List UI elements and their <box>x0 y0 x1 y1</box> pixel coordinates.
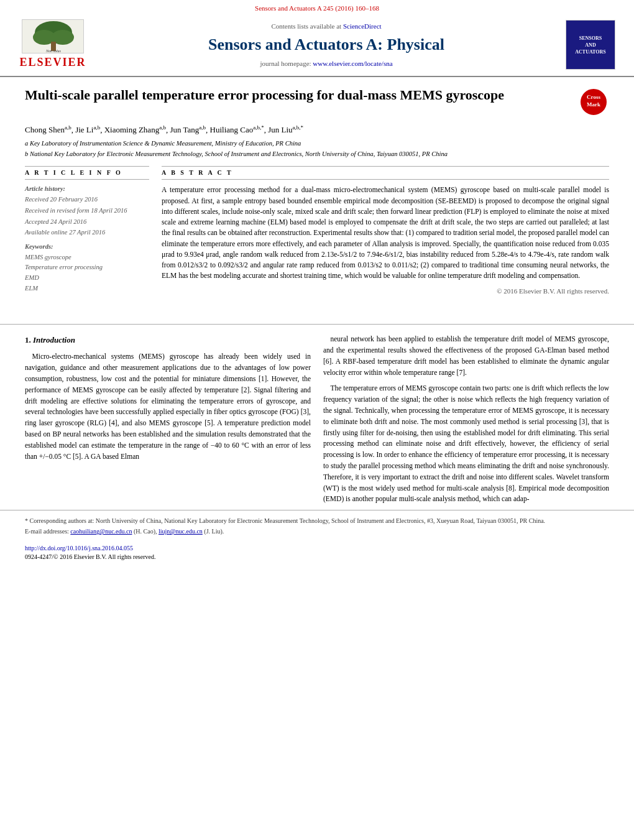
corresponding-footnote: * Corresponding authors at: North Univer… <box>25 517 609 525</box>
svg-text:Cross: Cross <box>587 94 600 100</box>
authors-line: Chong Shena,b, Jie Lia,b, Xiaoming Zhang… <box>25 124 609 136</box>
author-chong-shen: Chong Shen <box>25 125 65 134</box>
journal-center: Contents lists available at ScienceDirec… <box>87 22 566 68</box>
doi-link[interactable]: http://dx.doi.org/10.1016/j.sna.2016.04.… <box>25 545 133 552</box>
doi-line: http://dx.doi.org/10.1016/j.sna.2016.04.… <box>25 544 609 553</box>
footnote-section: * Corresponding authors at: North Univer… <box>0 510 634 541</box>
keywords-list: MEMS gyroscope Temperature error process… <box>25 253 149 293</box>
author-jie-li: Jie Li <box>75 125 93 134</box>
author-jun-tang: Jun Tang <box>170 125 199 134</box>
svg-text:Non solus: Non solus <box>45 49 62 53</box>
email-cao-link[interactable]: caohuiliang@nuc.edu.cn <box>70 528 132 535</box>
revised-date: Received in revised form 18 April 2016 <box>25 206 149 216</box>
section-title: Introduction <box>33 335 75 344</box>
author-xiaoming-zhang: Xiaoming Zhang <box>104 125 159 134</box>
keywords-label: Keywords: <box>25 242 149 252</box>
article-title: Multi-scale parallel temperature error p… <box>25 86 572 104</box>
homepage-text: journal homepage: <box>260 60 311 67</box>
available-date: Available online 27 April 2016 <box>25 228 149 238</box>
body-col-left: 1. Introduction Micro-electro-mechanical… <box>25 334 311 510</box>
body-columns: 1. Introduction Micro-electro-mechanical… <box>0 334 634 510</box>
sensors-actuators-logo: SENSORS AND ACTUATORS <box>566 20 615 70</box>
author-jun-liu: Jun Liu <box>268 125 292 134</box>
affil-b: b National Key Laboratory for Electronic… <box>25 150 609 159</box>
email-liu-link[interactable]: liujn@nuc.edu.cn <box>158 528 203 535</box>
homepage-url[interactable]: www.elsevier.com/locate/sna <box>313 60 392 67</box>
contents-text: Contents lists available at <box>271 22 341 30</box>
keyword-3: EMD <box>25 274 149 283</box>
page-wrapper: Sensors and Actuators A 245 (2016) 160–1… <box>0 0 634 840</box>
introduction-heading: 1. Introduction <box>25 334 311 346</box>
abstract-title: A B S T R A C T <box>162 166 609 180</box>
elsevier-brand: ELSEVIER <box>19 55 86 70</box>
article-info-title: A R T I C L E I N F O <box>25 166 149 180</box>
intro-paragraph-3: The temperature errors of MEMS gyroscope… <box>323 383 609 505</box>
article-title-section: Multi-scale parallel temperature error p… <box>25 86 609 118</box>
info-abstract-section: A R T I C L E I N F O Article history: R… <box>25 166 609 296</box>
sciencedirect-link[interactable]: ScienceDirect <box>343 22 382 30</box>
article-info-content: Article history: Received 20 February 20… <box>25 185 149 293</box>
article-content: Multi-scale parallel temperature error p… <box>0 77 634 315</box>
abstract-section: A B S T R A C T A temperature error proc… <box>162 166 609 296</box>
crossmark-badge: Cross Mark <box>578 86 609 118</box>
svg-text:Mark: Mark <box>587 101 600 108</box>
email-liu-name: (J. Liu). <box>204 528 224 535</box>
body-col-right: neural network has been applied to estab… <box>323 334 609 510</box>
sensors-logo-line3: ACTUATORS <box>575 48 606 55</box>
abstract-text: A temperature error processing method fo… <box>162 185 609 281</box>
sensors-logo-line1: SENSORS <box>579 35 602 42</box>
affiliations: a Key Laboratory of Instrumentation Scie… <box>25 139 609 159</box>
journal-header: Non solus ELSEVIER Contents lists availa… <box>0 14 634 76</box>
keyword-1: MEMS gyroscope <box>25 253 149 262</box>
crossmark-svg: Cross Mark <box>578 86 609 118</box>
sensors-logo-line2: AND <box>585 42 595 48</box>
email-label: E-mail addresses: <box>25 528 70 535</box>
copyright-line: © 2016 Elsevier B.V. All rights reserved… <box>162 287 609 296</box>
history-label: Article history: <box>25 185 149 194</box>
contents-line: Contents lists available at ScienceDirec… <box>87 22 566 31</box>
homepage-line: journal homepage: www.elsevier.com/locat… <box>87 59 566 68</box>
keyword-2: Temperature error processing <box>25 263 149 272</box>
email-cao-name: (H. Cao), <box>134 528 158 535</box>
journal-citation: Sensors and Actuators A 245 (2016) 160–1… <box>255 4 379 12</box>
affil-a: a Key Laboratory of Instrumentation Scie… <box>25 139 609 149</box>
intro-paragraph-1: Micro-electro-mechanical systems (MEMS) … <box>25 351 311 462</box>
intro-paragraph-2: neural network has been applied to estab… <box>323 334 609 378</box>
keyword-4: ELM <box>25 284 149 293</box>
accepted-date: Accepted 24 April 2016 <box>25 218 149 227</box>
article-info-panel: A R T I C L E I N F O Article history: R… <box>25 166 149 296</box>
bottom-info: http://dx.doi.org/10.1016/j.sna.2016.04.… <box>0 541 634 565</box>
elsevier-tree-image: Non solus <box>22 19 84 53</box>
elsevier-logo: Non solus ELSEVIER <box>19 19 87 70</box>
author-huiliang-cao: Huiliang Cao <box>210 125 254 134</box>
section-divider <box>0 324 634 325</box>
elsevier-tree-svg: Non solus <box>22 20 84 53</box>
received-date: Received 20 February 2016 <box>25 195 149 205</box>
issn-line: 0924-4247/© 2016 Elsevier B.V. All right… <box>25 553 609 561</box>
section-num: 1. <box>25 335 31 344</box>
top-banner: Sensors and Actuators A 245 (2016) 160–1… <box>0 0 634 14</box>
email-footnote: E-mail addresses: caohuiliang@nuc.edu.cn… <box>25 527 609 536</box>
journal-title-display: Sensors and Actuators A: Physical <box>87 34 566 56</box>
